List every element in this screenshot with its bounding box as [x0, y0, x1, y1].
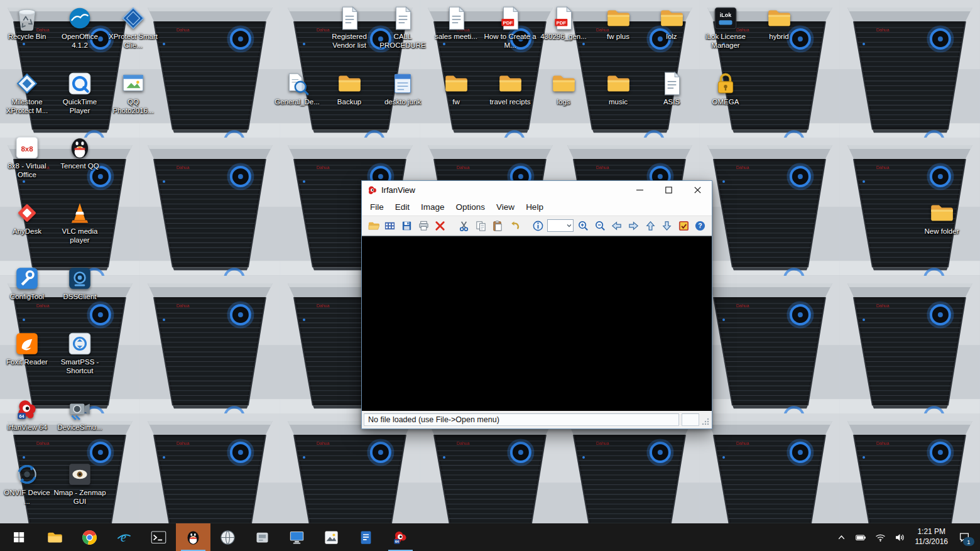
tray-chevron-up-icon[interactable]	[835, 530, 849, 544]
desktop-icon-label: CALL PROCEDURE	[376, 33, 430, 50]
delete-button[interactable]	[433, 218, 447, 234]
desktop-icon-label: QuickTime Player	[53, 98, 107, 115]
desktop-icon-omega[interactable]: OMEGA	[699, 70, 753, 107]
irfanview-icon: 64	[392, 529, 409, 546]
prev-button[interactable]	[609, 218, 624, 234]
page-last-button[interactable]	[660, 218, 674, 234]
folder-icon	[605, 70, 631, 97]
menu-item-view[interactable]: View	[491, 200, 520, 214]
maximize-button[interactable]	[654, 181, 683, 199]
taskbar-app-utility-app[interactable]	[245, 523, 280, 551]
desktop-icon-anydesk[interactable]: AnyDesk	[0, 200, 54, 236]
taskbar-app-photos[interactable]	[314, 523, 349, 551]
undo-button[interactable]	[507, 218, 521, 234]
desktop-icon-onvif-device[interactable]: ONVIF Device ...	[0, 461, 54, 506]
desktop-icon-label: VLC media player	[53, 227, 107, 244]
minimize-button[interactable]	[625, 181, 654, 199]
zoom-in-button[interactable]	[576, 218, 591, 234]
copy-button[interactable]	[474, 218, 488, 234]
taskbar-app-document-app[interactable]	[349, 523, 383, 551]
desktop-icon-qq-photo2016[interactable]: QQ Photo2016...	[106, 70, 160, 115]
terminal-icon	[150, 529, 167, 546]
desktop-icon-music[interactable]: music	[591, 70, 645, 107]
desktop-icon-irfanview-64[interactable]: 64IrfanView 64	[0, 396, 54, 432]
menu-item-edit[interactable]: Edit	[389, 200, 415, 214]
desktop-icon-430296-gen[interactable]: PDF430296_gen...	[536, 5, 591, 41]
desktop-icon-xprotect-smart-clie[interactable]: XProtect Smart Clie...	[106, 5, 160, 50]
desktop-icon-smartpss-shortcut[interactable]: SmartPSS - Shortcut	[53, 330, 107, 375]
menu-item-file[interactable]: File	[364, 200, 389, 214]
desktop-icon-registered-vendor-list[interactable]: Registered Vendor list	[322, 5, 376, 50]
desktop-icon-new-folder[interactable]: New folder	[915, 200, 969, 236]
action-center-icon[interactable]: 1	[956, 529, 972, 545]
desktop-icon-8x8-virtual-office[interactable]: 8x88x8 - Virtual Office	[0, 134, 54, 179]
battery-icon[interactable]	[854, 530, 868, 544]
desktop-icon-tencent-qq[interactable]: Tencent QQ	[53, 134, 107, 171]
taskbar-app-qq[interactable]	[176, 523, 210, 551]
paste-button[interactable]	[490, 218, 504, 234]
taskbar-app-irfanview[interactable]: 64	[383, 523, 418, 551]
taskbar-app-globe-app[interactable]	[210, 523, 245, 551]
desktop-icon-deskto-junk[interactable]: deskto junk	[376, 70, 430, 107]
desktop-icon-call-procedure[interactable]: CALL PROCEDURE	[376, 5, 430, 50]
ilok-icon: iLok	[712, 5, 739, 31]
desktop-icon-fw-plus[interactable]: fw plus	[591, 5, 645, 41]
desktop-icon-recycle-bin[interactable]: Recycle Bin	[0, 5, 54, 41]
taskbar-app-chrome[interactable]	[72, 523, 107, 551]
desktop-icon-logs[interactable]: logs	[536, 70, 591, 107]
taskbar-app-desktop-app[interactable]	[280, 523, 314, 551]
menu-item-image[interactable]: Image	[415, 200, 450, 214]
close-button[interactable]	[683, 181, 712, 199]
start-button[interactable]	[0, 523, 38, 551]
foxit-icon	[14, 330, 40, 357]
multipage-check-button[interactable]	[677, 218, 691, 234]
desktop-icon-label: ASIS	[663, 98, 680, 107]
volume-icon[interactable]	[893, 530, 907, 544]
desktop-icon-ilok-license-manager[interactable]: iLokiLok License Manager	[699, 5, 753, 50]
desktop-icon-sales-meeti[interactable]: sales meeti...	[429, 5, 483, 41]
desktop-icon-travel-recipts[interactable]: travel recipts	[483, 70, 537, 107]
info-button[interactable]	[531, 218, 545, 234]
document-icon	[443, 5, 469, 31]
menu-item-help[interactable]: Help	[520, 200, 549, 214]
resize-grip[interactable]	[702, 414, 710, 425]
desktop-icon-configtool[interactable]: ConfigTool	[0, 265, 54, 302]
desktop-icon-backup[interactable]: Backup	[322, 70, 376, 107]
padlock-icon	[712, 70, 739, 97]
desktop-icon-asis[interactable]: ASIS	[645, 70, 699, 107]
taskbar-app-internet-explorer[interactable]: e	[107, 523, 141, 551]
desktop-icon-label: 8x8 - Virtual Office	[0, 162, 54, 179]
help-button[interactable]: ?	[694, 218, 708, 234]
desktop-icon-foxit-reader[interactable]: Foxit Reader	[0, 330, 54, 367]
network-icon[interactable]	[874, 530, 888, 544]
desktop-icon-hybrid[interactable]: hybrid	[752, 5, 806, 41]
desktop-icon-devicesimu[interactable]: DeviceSimu...	[53, 396, 107, 432]
open-button[interactable]	[366, 218, 381, 234]
print-button[interactable]	[416, 218, 431, 234]
cut-button[interactable]	[457, 218, 471, 234]
page-first-button[interactable]	[643, 218, 658, 234]
irfanview-window: IrfanView FileEditImageOptionsViewHelp ?…	[361, 180, 712, 429]
desktop-icon-dssclient[interactable]: DSSClient	[53, 265, 107, 302]
desktop-icon-openoffice-4-1-2[interactable]: OpenOffice 4.1.2	[53, 5, 107, 50]
desktop-icon-how-to-create-a-m[interactable]: PDFHow to Create a M...	[483, 5, 537, 50]
taskbar-app-terminal[interactable]	[141, 523, 176, 551]
taskbar-apps: e64	[38, 523, 418, 551]
desktop-icon-milestone-xprotect-m[interactable]: Milestone XProtect M...	[0, 70, 54, 115]
taskbar-app-file-explorer[interactable]	[38, 523, 72, 551]
desktop-icon-vlc-media-player[interactable]: VLC media player	[53, 200, 107, 244]
next-button[interactable]	[626, 218, 641, 234]
zoom-select-dropdown[interactable]	[547, 219, 574, 232]
desktop-icon-nmap-zenmap-gui[interactable]: Nmap - Zenmap GUI	[53, 461, 107, 506]
milestone-icon	[14, 70, 40, 97]
zoom-out-button[interactable]	[593, 218, 607, 234]
slideshow-button[interactable]	[383, 218, 398, 234]
menu-item-options[interactable]: Options	[450, 200, 491, 214]
save-button[interactable]	[400, 218, 414, 234]
window-titlebar[interactable]: IrfanView	[362, 181, 712, 199]
desktop-icon-lolz[interactable]: lolz	[645, 5, 699, 41]
clock[interactable]: 1:21 PM 11/3/2016	[913, 527, 951, 547]
desktop-icon-general-de[interactable]: General_De...	[270, 70, 324, 107]
desktop-icon-fw[interactable]: fw	[429, 70, 483, 107]
desktop-icon-quicktime-player[interactable]: QuickTime Player	[53, 70, 107, 115]
